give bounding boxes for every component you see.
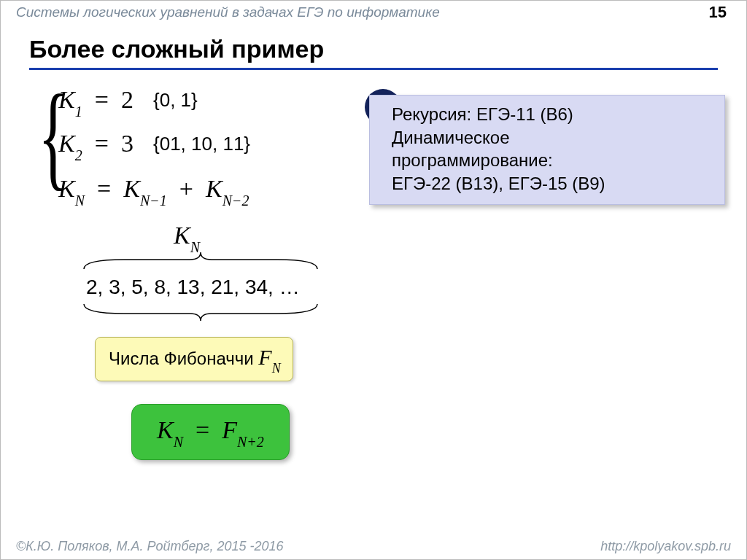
header-subject: Системы логических уравнений в задачах Е… — [16, 4, 440, 20]
slide-header: Системы логических уравнений в задачах Е… — [16, 4, 731, 20]
fib-label: Числа Фибоначчи — [109, 349, 258, 368]
over-brace-icon — [80, 251, 321, 273]
page-number: 15 — [709, 3, 727, 22]
slide-title: Более сложный пример — [29, 35, 718, 70]
equation-recurrence: KN = KN−1 + KN−2 — [58, 175, 249, 206]
note-box: Рекурсия: ЕГЭ-11 (B6) Динамическое прогр… — [369, 95, 725, 205]
fibonacci-sequence: 2, 3, 5, 8, 13, 21, 34, … — [86, 276, 300, 299]
note-line-4: ЕГЭ-22 (B13), ЕГЭ-15 (B9) — [392, 172, 711, 195]
equation-k1: K1 = 2 — [58, 86, 133, 117]
set-k1: {0, 1} — [153, 89, 198, 112]
under-brace-icon — [80, 300, 321, 322]
note-line-1: Рекурсия: ЕГЭ-11 (B6) — [392, 103, 711, 126]
slide-footer: ©К.Ю. Поляков, М.А. Ройтберг, 2015 -2016… — [16, 539, 731, 554]
equation-k2: K2 = 3 — [58, 130, 133, 161]
result-formula-box: KN = FN+2 — [131, 404, 290, 460]
footer-right: http://kpolyakov.spb.ru — [600, 539, 731, 554]
note-line-3: программирование: — [392, 149, 711, 172]
set-k2: {01, 10, 11} — [153, 133, 250, 155]
fibonacci-label-box: Числа Фибоначчи FN — [95, 337, 293, 381]
kn-label: KN — [174, 222, 200, 253]
footer-left: ©К.Ю. Поляков, М.А. Ройтберг, 2015 -2016 — [16, 539, 284, 553]
note-line-2: Динамическое — [392, 126, 711, 149]
